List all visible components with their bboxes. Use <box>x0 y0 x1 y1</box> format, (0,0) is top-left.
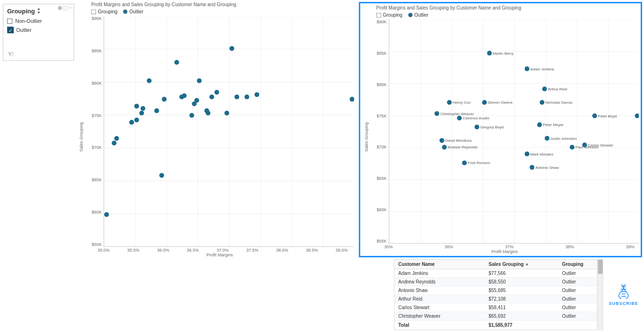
grouping-legend-icon <box>91 10 96 14</box>
cell-sales: $72,108 <box>485 295 558 303</box>
cell-grouping: Outlier <box>558 312 603 321</box>
svg-point-41 <box>214 90 219 95</box>
total-empty <box>558 321 603 330</box>
right-plot-area: $90K $85K $80K $75K $70K $65K $60K $55K … <box>371 20 639 254</box>
svg-text:Henry Cox: Henry Cox <box>452 100 471 105</box>
left-chart: Profit Margins and Sales Grouping by Cus… <box>77 2 354 257</box>
table-scrollbar[interactable] <box>597 260 603 330</box>
svg-point-71 <box>447 100 452 105</box>
svg-text:Antonio Shaw: Antonio Shaw <box>535 166 559 170</box>
left-x-ticks: 35.0% 35.5% 36.0% 36.5% 37.0% 37.5% 38.0… <box>104 248 354 253</box>
svg-point-36 <box>194 98 199 103</box>
table-row: Arthur Reid $72,108 Outlier <box>394 295 603 303</box>
filter-sort-arrows[interactable]: ▲ ▼ <box>37 7 41 15</box>
r-ytick-0: $90K <box>376 20 388 24</box>
left-chart-legend: Grouping Outlier <box>91 9 354 14</box>
bottom-section: Customer Name Sales Grouping ▼ Grouping <box>77 259 642 330</box>
r-xtick-1: 36% <box>445 244 453 249</box>
table-header: Customer Name Sales Grouping ▼ Grouping <box>394 260 603 269</box>
svg-point-42 <box>224 111 229 116</box>
right-x-ticks: 35% 36% 37% 38% 39% <box>389 244 639 249</box>
right-legend-outlier: Outlier <box>408 12 428 18</box>
r-xtick-2: 37% <box>505 244 514 249</box>
filter-item-outlier[interactable]: ✓ Outlier <box>3 25 74 34</box>
svg-point-89 <box>439 138 444 143</box>
svg-text:Fred Romero: Fred Romero <box>468 161 490 165</box>
outlier-check-svg: ✓ <box>8 27 14 33</box>
sort-down-icon[interactable]: ▼ <box>37 11 41 15</box>
svg-text:Adam Jenkins: Adam Jenkins <box>530 67 554 71</box>
r-xtick-3: 38% <box>566 244 574 249</box>
ytick-5: $65K <box>92 177 104 182</box>
svg-point-101 <box>462 160 467 165</box>
svg-point-33 <box>182 93 187 98</box>
scrollbar-thumb[interactable] <box>598 260 603 274</box>
cursor-icon: ☜ <box>7 49 14 59</box>
xtick-1: 35.5% <box>127 248 140 253</box>
subscribe-text[interactable]: SUBSCRIBE <box>609 301 638 306</box>
cell-grouping: Outlier <box>558 303 603 312</box>
expand-icon[interactable]: ⬚ <box>63 5 67 10</box>
data-table: Customer Name Sales Grouping ▼ Grouping <box>394 259 603 330</box>
cell-name: Carlos Stewart <box>394 303 485 312</box>
svg-text:Steven Owens: Steven Owens <box>488 100 512 105</box>
table-header-row: Customer Name Sales Grouping ▼ Grouping <box>394 260 603 269</box>
ytick-0: $90K <box>92 16 104 21</box>
svg-point-47 <box>350 97 354 102</box>
svg-point-87 <box>537 122 542 127</box>
right-y-ticks: $90K $85K $80K $75K $70K $65K $60K $55K <box>371 20 389 244</box>
outlier-checkbox[interactable]: ✓ <box>7 27 13 33</box>
grid-icon[interactable]: ⊞ <box>58 5 62 10</box>
r-ytick-6: $60K <box>376 207 388 212</box>
svg-point-27 <box>147 78 152 83</box>
svg-point-20 <box>112 141 116 146</box>
filter-card: ⊞ ⬚ ··· Grouping ▲ ▼ Non-Outlier ✓ Outli… <box>3 4 74 61</box>
svg-point-43 <box>230 46 234 51</box>
svg-point-99 <box>582 143 587 147</box>
left-chart-inner: Sales Grouping $90K $85K $80K $75K $70K … <box>77 16 354 257</box>
r-ytick-7: $55K <box>376 239 388 244</box>
svg-point-28 <box>154 108 159 113</box>
r-xtick-0: 35% <box>384 244 393 249</box>
sort-arrow-down: ▼ <box>525 263 529 267</box>
cell-grouping: Outlier <box>558 278 603 286</box>
svg-point-30 <box>162 97 166 102</box>
svg-point-95 <box>569 145 574 149</box>
right-chart-legend: Grouping Outlier <box>376 12 639 18</box>
non-outlier-label: Non-Outlier <box>15 18 42 24</box>
r-ytick-2: $80K <box>376 82 388 87</box>
right-chart-title: Profit Margins and Sales Grouping by Cus… <box>376 5 639 10</box>
svg-text:Mark Morales: Mark Morales <box>530 152 553 156</box>
col-customer-name: Customer Name <box>394 260 485 269</box>
svg-text:Gregory Boyd: Gregory Boyd <box>480 125 503 129</box>
svg-point-81 <box>457 116 461 120</box>
filter-item-non-outlier[interactable]: Non-Outlier <box>3 17 74 25</box>
right-legend-grouping: Grouping <box>376 12 403 18</box>
cell-sales: $55,685 <box>485 286 558 295</box>
svg-text:Justin Johnston: Justin Johnston <box>550 137 577 141</box>
table-row: Carlos Stewart $58,411 Outlier <box>394 303 603 312</box>
outlier-label: Outlier <box>16 27 31 33</box>
svg-text:Martin Berry: Martin Berry <box>492 51 513 56</box>
svg-point-65 <box>487 51 491 56</box>
legend-grouping: Grouping <box>91 9 117 14</box>
table-total-row: Total $1,585,977 <box>394 321 603 330</box>
svg-point-75 <box>539 100 544 105</box>
right-outlier-legend-dot <box>408 13 413 17</box>
non-outlier-checkbox[interactable] <box>7 19 12 24</box>
left-chart-title: Profit Margins and Sales Grouping by Cus… <box>91 2 354 7</box>
svg-point-77 <box>434 111 439 116</box>
svg-point-34 <box>189 113 194 118</box>
more-icon[interactable]: ··· <box>69 5 73 10</box>
col-sales-grouping[interactable]: Sales Grouping ▼ <box>485 260 558 269</box>
outlier-legend-dot <box>123 10 127 14</box>
svg-point-103 <box>529 165 534 170</box>
right-plot-canvas: Martin BerryAdam JenkinsArthur ReidHenry… <box>389 20 639 244</box>
svg-text:David Mendoza: David Mendoza <box>445 138 471 143</box>
svg-point-23 <box>135 117 139 122</box>
ytick-3: $75K <box>92 113 104 118</box>
legend-outlier: Outlier <box>123 9 143 14</box>
grouping-legend-label: Grouping <box>98 9 117 14</box>
cell-grouping: Outlier <box>558 286 603 295</box>
svg-text:✓: ✓ <box>9 28 12 33</box>
